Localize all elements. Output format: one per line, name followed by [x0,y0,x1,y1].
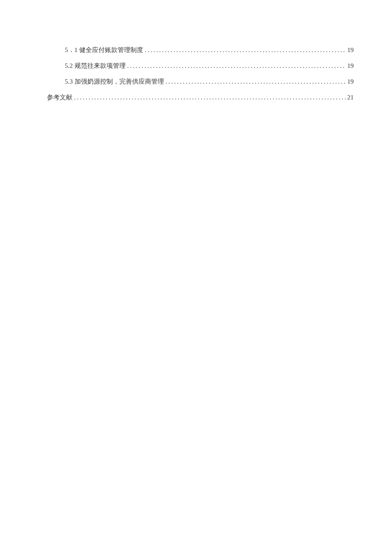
toc-label: 5．1 健全应付账款管理制度 [65,46,143,54]
toc-label: 5.2 规范往来款项管理 [65,62,126,70]
toc-page-number: 19 [347,46,354,54]
toc-entry: 参考文献 21 [47,93,354,102]
toc-leader-dots [166,78,346,85]
toc-entry: 5．1 健全应付账款管理制度 19 [47,46,354,54]
toc-leader-dots [145,46,346,54]
toc-leader-dots [74,94,346,101]
page-content: 5．1 健全应付账款管理制度 19 5.2 规范往来款项管理 19 5.3 加强… [0,0,392,102]
toc-page-number: 19 [347,78,354,85]
toc-label: 5.3 加强奶源控制，完善供应商管理 [65,78,164,86]
toc-entry: 5.3 加强奶源控制，完善供应商管理 19 [47,78,354,86]
toc-page-number: 21 [347,94,354,101]
toc-page-number: 19 [347,62,354,70]
toc-label: 参考文献 [47,93,72,102]
toc-leader-dots [127,62,346,70]
toc-entry: 5.2 规范往来款项管理 19 [47,62,354,70]
